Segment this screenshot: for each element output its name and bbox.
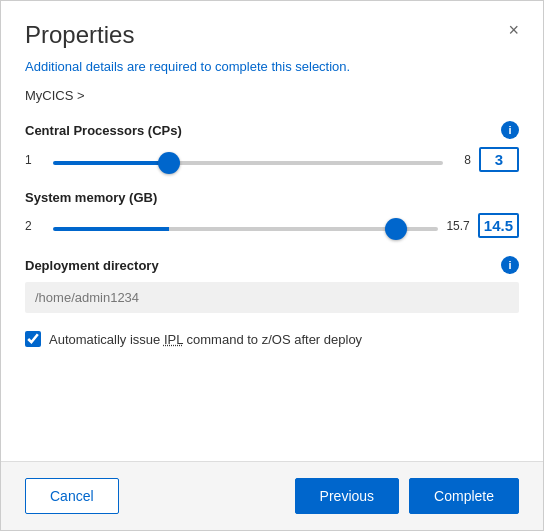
ipl-checkbox-row: Automatically issue IPL command to z/OS … xyxy=(25,331,519,347)
ipl-label-before: Automatically issue xyxy=(49,332,164,347)
cpu-slider-row: 1 8 3 xyxy=(25,147,519,172)
cpu-label-row: Central Processors (CPs) i xyxy=(25,121,519,139)
deployment-dir-label: Deployment directory xyxy=(25,258,159,273)
dialog-footer: Cancel Previous Complete xyxy=(1,461,543,530)
properties-dialog: Properties × Additional details are requ… xyxy=(0,0,544,531)
memory-slider-row: 2 15.7 14.5 xyxy=(25,213,519,238)
memory-field-row: System memory (GB) 2 15.7 14.5 xyxy=(25,190,519,238)
cpu-field-row: Central Processors (CPs) i 1 8 3 xyxy=(25,121,519,172)
memory-min: 2 xyxy=(25,219,45,233)
dialog-title: Properties xyxy=(25,21,134,49)
memory-max: 15.7 xyxy=(446,219,469,233)
cpu-value: 3 xyxy=(479,147,519,172)
ipl-label-after: command to z/OS after deploy xyxy=(183,332,362,347)
ipl-label-link: IPL xyxy=(164,332,183,347)
cpu-info-icon[interactable]: i xyxy=(501,121,519,139)
cancel-button[interactable]: Cancel xyxy=(25,478,119,514)
previous-button[interactable]: Previous xyxy=(295,478,399,514)
cpu-min: 1 xyxy=(25,153,45,167)
ipl-checkbox-label: Automatically issue IPL command to z/OS … xyxy=(49,332,362,347)
footer-right-buttons: Previous Complete xyxy=(295,478,519,514)
breadcrumb: MyCICS > xyxy=(25,88,519,103)
cpu-slider[interactable] xyxy=(53,161,443,165)
ipl-checkbox[interactable] xyxy=(25,331,41,347)
deployment-dir-input[interactable] xyxy=(25,282,519,313)
cpu-label: Central Processors (CPs) xyxy=(25,123,182,138)
memory-label: System memory (GB) xyxy=(25,190,157,205)
deployment-dir-label-row: Deployment directory i xyxy=(25,256,519,274)
complete-button[interactable]: Complete xyxy=(409,478,519,514)
dialog-header: Properties × xyxy=(1,1,543,49)
deployment-dir-field-row: Deployment directory i xyxy=(25,256,519,313)
memory-slider[interactable] xyxy=(53,227,438,231)
cpu-max: 8 xyxy=(451,153,471,167)
memory-value: 14.5 xyxy=(478,213,519,238)
memory-label-row: System memory (GB) xyxy=(25,190,519,205)
memory-slider-wrapper xyxy=(53,217,438,235)
close-button[interactable]: × xyxy=(508,21,519,39)
cpu-slider-wrapper xyxy=(53,151,443,169)
dialog-body: Additional details are required to compl… xyxy=(1,49,543,461)
subtitle-text: Additional details are required to compl… xyxy=(25,59,519,74)
deployment-dir-info-icon[interactable]: i xyxy=(501,256,519,274)
